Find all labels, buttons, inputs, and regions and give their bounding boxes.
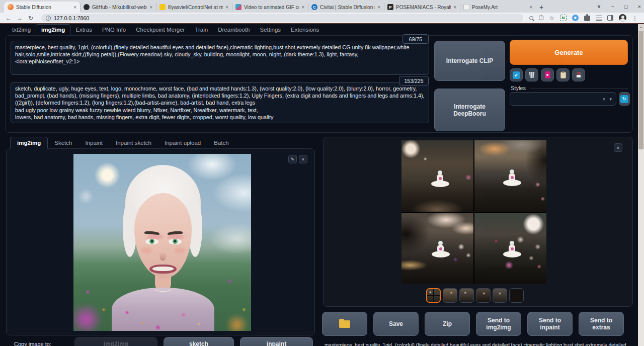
edit-image-button[interactable]: ✎ [288, 155, 297, 163]
extensions-puzzle-icon[interactable] [584, 16, 590, 21]
tab-img2img[interactable]: img2img [36, 24, 70, 35]
close-gallery-button[interactable]: × [614, 143, 622, 152]
copy-to-sketch-button[interactable]: sketch [164, 337, 234, 346]
forward-icon[interactable]: → [15, 15, 24, 22]
tab-png-info[interactable]: PNG Info [97, 25, 131, 35]
toolbar-right-icons: ☆ N ⋮ [529, 14, 640, 22]
browser-tab-posemaniacs[interactable]: P POSEMANIACS - Royalty free 3 × [384, 2, 460, 13]
source-image-portrait[interactable] [73, 154, 251, 331]
thumbnail-4[interactable] [476, 288, 491, 303]
browser-tab-stable-diffusion[interactable]: Stable Diffusion × [4, 2, 80, 13]
reload-icon[interactable]: ↻ [26, 15, 35, 22]
tab-close-icon[interactable]: × [73, 5, 76, 10]
thumbnail-3[interactable] [459, 288, 474, 303]
tab-title: POSEMANIACS - Royalty free 3 [396, 5, 451, 10]
figure-girl [430, 170, 450, 189]
send-to-inpaint-button[interactable]: Send to inpaint [527, 312, 573, 336]
paste-generation-params-button[interactable]: ↙ [510, 68, 523, 81]
subtab-batch[interactable]: Batch [207, 137, 235, 148]
site-info-icon[interactable]: i [46, 16, 51, 21]
portrait-blush-left [141, 247, 152, 253]
tab-close-icon[interactable]: × [149, 5, 152, 10]
bookmark-star-icon[interactable]: ☆ [549, 15, 554, 22]
side-panel-icon[interactable] [607, 15, 613, 21]
tab-close-icon[interactable]: × [301, 5, 304, 10]
address-bar[interactable]: i 127.0.0.1:7860 [41, 14, 523, 22]
extension-blue-icon[interactable] [572, 15, 579, 21]
subtab-img2img[interactable]: img2img [10, 137, 48, 149]
save-button[interactable]: Save [373, 312, 419, 336]
result-image-3[interactable] [401, 213, 473, 284]
extra-networks-button[interactable] [541, 68, 554, 81]
send-to-extras-button[interactable]: Send to extras [579, 312, 624, 336]
image-edit-buttons: ✎ × [288, 155, 307, 163]
tab-close-icon[interactable]: × [377, 5, 380, 10]
send-to-img2img-button[interactable]: Send to img2img [476, 312, 521, 336]
controlnet-favicon [159, 4, 166, 10]
scrollbar-thumb[interactable] [638, 31, 643, 149]
prompt-textarea[interactable]: masterpiece, best quality, 1girl, (color… [11, 41, 429, 75]
subtab-inpaint-upload[interactable]: Inpaint upload [158, 137, 207, 148]
tab-settings[interactable]: Settings [255, 25, 286, 35]
save-style-button[interactable] [572, 68, 585, 81]
thumbnail-1-selected[interactable] [426, 288, 441, 303]
tab-extensions[interactable]: Extensions [286, 25, 324, 35]
browser-tab-github[interactable]: GitHub - Mikubill/sd-webui-con × [80, 2, 156, 13]
tab-close-icon[interactable]: × [225, 5, 228, 10]
tab-title: Stable Diffusion [16, 5, 71, 10]
result-image-4[interactable] [474, 213, 546, 284]
apply-styles-button[interactable] [556, 68, 570, 81]
folder-icon [339, 320, 350, 328]
styles-dropdown[interactable]: × ▾ [510, 92, 616, 106]
remove-image-button[interactable]: × [299, 155, 307, 163]
browser-tab-posemyart[interactable]: PoseMy.Art × [460, 2, 536, 13]
tab-close-icon[interactable]: × [453, 5, 456, 10]
refresh-styles-button[interactable]: ↻ [619, 92, 630, 106]
scrollbar-up-arrow[interactable]: ▲ [638, 24, 644, 31]
styles-clear-icon[interactable]: × [602, 96, 605, 102]
browser-tab-gif-converter[interactable]: Video to animated GIF converter × [232, 2, 308, 13]
tab-txt2img[interactable]: txt2img [7, 25, 36, 35]
subtab-sketch[interactable]: Sketch [48, 137, 78, 148]
generate-button[interactable]: Generate [510, 40, 628, 65]
profile-avatar[interactable] [619, 14, 626, 22]
thumbnail-6[interactable] [509, 288, 524, 303]
thumbnail-2[interactable] [443, 288, 457, 303]
prompt-token-counter: 69/75 [403, 34, 429, 44]
browser-tab-controlnet[interactable]: lllyasviel/ControlNet at main × [156, 2, 232, 13]
reading-list-icon[interactable] [596, 16, 602, 21]
zoom-icon[interactable] [529, 16, 533, 20]
tab-checkpoint-merger[interactable]: Checkpoint Merger [131, 25, 190, 35]
zip-button[interactable]: Zip [425, 312, 470, 336]
interrogate-deepbooru-button[interactable]: Interrogate DeepBooru [434, 89, 505, 131]
gif-converter-favicon [235, 4, 242, 10]
tab-search-icon[interactable]: ∨ [597, 3, 601, 10]
share-icon[interactable] [539, 16, 543, 20]
close-window-button[interactable]: × [638, 4, 641, 10]
tab-extras[interactable]: Extras [70, 25, 97, 35]
extension-n-icon[interactable]: N [560, 15, 567, 21]
tab-close-icon[interactable]: × [529, 5, 532, 10]
page-scrollbar[interactable]: ▲ [638, 24, 644, 346]
new-tab-button[interactable]: + [536, 2, 547, 13]
minimize-button[interactable]: − [611, 4, 614, 10]
subtab-inpaint[interactable]: Inpaint [78, 137, 109, 148]
clear-prompt-button[interactable] [525, 68, 538, 81]
tab-train[interactable]: Train [190, 25, 213, 35]
result-image-2[interactable] [474, 140, 546, 212]
interrogate-clip-button[interactable]: Interrogate CLIP [434, 41, 505, 81]
thumbnail-5[interactable] [493, 288, 507, 303]
maximize-button[interactable]: □ [624, 4, 628, 10]
result-image-1[interactable] [401, 140, 473, 212]
copy-to-inpaint-button[interactable]: inpaint [240, 337, 313, 346]
figure-girl [502, 169, 522, 188]
screen: Stable Diffusion × GitHub - Mikubill/sd-… [0, 0, 644, 346]
open-folder-button[interactable] [322, 312, 367, 336]
subtab-inpaint-sketch[interactable]: Inpaint sketch [109, 137, 158, 148]
negative-prompt-textarea[interactable]: sketch, duplicate, ugly, huge eyes, text… [11, 82, 429, 123]
portrait-dress [112, 288, 214, 331]
back-icon[interactable]: ← [4, 15, 13, 22]
browser-menu-icon[interactable]: ⋮ [632, 15, 638, 22]
browser-tab-civitai[interactable]: C Civitai | Stable Diffusion model × [308, 2, 384, 13]
tab-dreambooth[interactable]: Dreambooth [213, 25, 255, 35]
